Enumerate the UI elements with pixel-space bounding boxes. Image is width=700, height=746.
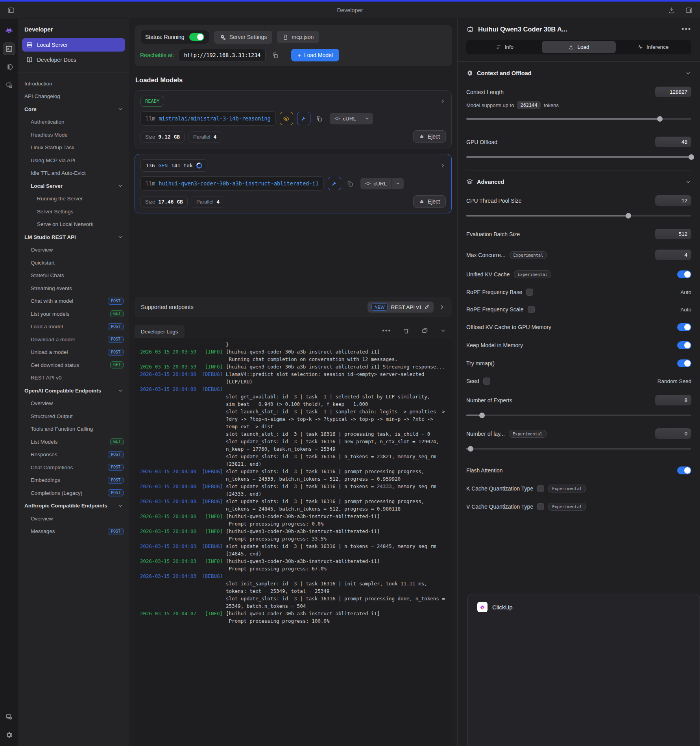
- sidebar-item-linux-startup-task[interactable]: Linux Startup Task: [18, 141, 129, 154]
- toggle-on[interactable]: [677, 341, 691, 349]
- slider[interactable]: [466, 154, 691, 160]
- sidebar-item-openai-compatible-endpoints[interactable]: OpenAI Compatible Endpoints: [18, 384, 129, 397]
- sidebar-item-api-changelog[interactable]: API Changelog: [18, 90, 129, 103]
- copy-model-name-icon[interactable]: [314, 114, 324, 124]
- sidebar-item-responses[interactable]: ResponsesPOST: [18, 448, 129, 461]
- expand-model-icon[interactable]: [440, 98, 446, 104]
- server-status-toggle[interactable]: [189, 33, 204, 41]
- value-field[interactable]: 512: [655, 229, 691, 239]
- toggle-on[interactable]: [677, 466, 691, 474]
- sidebar-item-list-your-models[interactable]: List your modelsGET: [18, 307, 129, 320]
- sidebar-item-messages[interactable]: MessagesPOST: [18, 525, 129, 538]
- sidebar-item-running-the-server[interactable]: Running the Server: [18, 193, 129, 205]
- vision-capability-icon[interactable]: [280, 112, 293, 125]
- checkbox[interactable]: [483, 378, 490, 385]
- sidebar-item-completions-legacy-[interactable]: Completions (Legacy)POST: [18, 487, 129, 500]
- sidebar-item-chat-with-a-model[interactable]: Chat with a modelPOST: [18, 295, 129, 308]
- sidebar-item-introduction[interactable]: Introduction: [18, 77, 129, 90]
- slider[interactable]: [466, 446, 691, 452]
- curl-caret-icon[interactable]: [392, 178, 404, 189]
- checkbox[interactable]: [537, 485, 544, 492]
- collapse-logs-icon[interactable]: [438, 326, 448, 335]
- developer-rail-icon[interactable]: [3, 43, 15, 55]
- sidebar-toggle-icon[interactable]: [6, 5, 17, 16]
- sidebar-item-tools-and-function-calling[interactable]: Tools and Function Calling: [18, 423, 129, 436]
- server-settings-button[interactable]: Server Settings: [214, 31, 273, 44]
- slider-thumb[interactable]: [479, 413, 485, 418]
- sidebar-item-anthropic-compatible-endpoints[interactable]: Anthropic Compatible Endpoints: [18, 500, 129, 513]
- sidebar-item-get-download-status[interactable]: Get download statusGET: [18, 359, 129, 372]
- sidebar-item-structured-output[interactable]: Structured Output: [18, 410, 129, 423]
- slider-thumb[interactable]: [626, 213, 631, 218]
- value-field[interactable]: 0: [655, 428, 691, 439]
- sidebar-item-rest-api-v0[interactable]: REST API v0: [18, 372, 129, 385]
- sidebar-item-local-server[interactable]: Local Server: [22, 38, 125, 52]
- sidebar-item-developer-docs[interactable]: Developer Docs: [22, 53, 125, 67]
- value-field[interactable]: 12: [655, 195, 691, 206]
- sidebar-item-server-settings[interactable]: Server Settings: [18, 205, 129, 218]
- sidebar-item-load-a-model[interactable]: Load a modelPOST: [18, 320, 129, 333]
- panel-more-icon[interactable]: •••: [682, 25, 691, 33]
- slider-thumb[interactable]: [468, 446, 473, 452]
- discover-models-rail-icon[interactable]: [3, 79, 15, 91]
- notification-toast[interactable]: ClickUp: [467, 594, 700, 746]
- sidebar-item-chat-completions[interactable]: Chat CompletionsPOST: [18, 461, 129, 474]
- sidebar-item-overview[interactable]: Overview: [18, 512, 129, 525]
- slider[interactable]: [466, 213, 691, 218]
- remote-connection-icon[interactable]: [3, 711, 15, 723]
- checkbox[interactable]: [537, 503, 544, 510]
- sidebar-item-quickstart[interactable]: Quickstart: [18, 256, 129, 269]
- sidebar-item-overview[interactable]: Overview: [18, 244, 129, 257]
- load-model-button[interactable]: + Load Model: [291, 49, 339, 61]
- model-identifier[interactable]: llm mistralai/ministral-3-14b-reasoning: [140, 111, 276, 126]
- tab-load[interactable]: Load: [542, 41, 616, 53]
- curl-caret-icon[interactable]: [361, 113, 373, 124]
- slider[interactable]: [466, 116, 691, 122]
- value-field[interactable]: 48: [655, 137, 691, 147]
- mcp-json-button[interactable]: mcp.json: [277, 31, 319, 43]
- sidebar-item-list-models[interactable]: List ModelsGET: [18, 435, 129, 448]
- toggle-on[interactable]: [677, 359, 691, 367]
- sidebar-item-local-server[interactable]: Local Server: [18, 180, 129, 193]
- slider[interactable]: [466, 413, 691, 418]
- endpoints-expand-icon[interactable]: [438, 304, 445, 311]
- sidebar-item-lm-studio-rest-api[interactable]: LM Studio REST API: [18, 231, 129, 244]
- sidebar-item-download-a-model[interactable]: Download a modelPOST: [18, 333, 129, 346]
- log-output[interactable]: }2026-03-15 20:03:59[INFO][huihui-qwen3-…: [135, 338, 452, 746]
- sidebar-item-unload-a-model[interactable]: Unload a modelPOST: [18, 346, 129, 359]
- download-icon[interactable]: [666, 5, 677, 16]
- slider-thumb[interactable]: [657, 116, 663, 122]
- eject-model-button[interactable]: Eject: [413, 130, 446, 143]
- sidebar-item-stateful-chats[interactable]: Stateful Chats: [18, 269, 129, 282]
- sidebar-item-headless-mode[interactable]: Headless Mode: [18, 128, 129, 141]
- panel-toggle-icon[interactable]: [683, 5, 694, 16]
- sidebar-item-overview[interactable]: Overview: [18, 397, 129, 410]
- toggle-on[interactable]: [677, 323, 691, 331]
- value-field[interactable]: 4: [655, 250, 691, 260]
- my-models-rail-icon[interactable]: [3, 61, 15, 73]
- curl-button[interactable]: <> cURL: [360, 178, 392, 189]
- checkbox[interactable]: [528, 306, 535, 313]
- copy-url-icon[interactable]: [270, 50, 280, 60]
- clear-logs-trash-icon[interactable]: [401, 326, 411, 336]
- lmstudio-logo-icon[interactable]: [3, 24, 15, 37]
- section-header[interactable]: Context and Offload: [466, 70, 691, 76]
- rest-api-pill[interactable]: NEW REST API v1: [368, 302, 434, 313]
- checkbox[interactable]: [526, 289, 533, 296]
- toggle-on[interactable]: [677, 270, 691, 278]
- sidebar-item-embeddings[interactable]: EmbeddingsPOST: [18, 474, 129, 487]
- tab-inference[interactable]: Inference: [616, 41, 690, 53]
- sidebar-item-streaming-events[interactable]: Streaming events: [18, 282, 129, 295]
- eject-model-button[interactable]: Eject: [413, 195, 446, 208]
- sidebar-item-using-mcp-via-api[interactable]: Using MCP via API: [18, 154, 129, 167]
- sidebar-item-idle-ttl-and-auto-evict[interactable]: Idle TTL and Auto-Evict: [18, 167, 129, 180]
- settings-gear-icon[interactable]: [3, 729, 15, 741]
- sidebar-item-authentication[interactable]: Authentication: [18, 116, 129, 129]
- tool-use-capability-icon[interactable]: [328, 177, 341, 190]
- model-identifier[interactable]: llm huihui-qwen3-coder-30b-a3b-instruct-…: [140, 176, 324, 191]
- slider-thumb[interactable]: [689, 154, 694, 160]
- copy-model-name-icon[interactable]: [345, 179, 355, 189]
- section-header[interactable]: Advanced: [466, 178, 691, 185]
- value-field[interactable]: 128827: [655, 87, 691, 97]
- sidebar-item-core[interactable]: Core: [18, 103, 129, 116]
